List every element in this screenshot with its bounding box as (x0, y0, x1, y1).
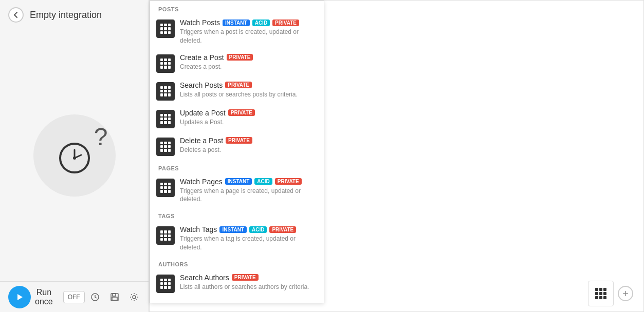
module-block (588, 281, 614, 306)
menu-item-desc: Updates a Post. (180, 118, 318, 127)
menu-item-title-row: Create a Postprivate (180, 53, 318, 62)
page-title: Empty integration (30, 10, 102, 21)
badge-private: private (227, 54, 253, 61)
left-header: Empty integration (0, 0, 149, 30)
badge-instant: INSTANT (223, 20, 250, 26)
menu-item-name: Search Authors (180, 274, 229, 282)
svg-rect-7 (113, 294, 116, 296)
badge-private: private (269, 226, 296, 233)
menu-item-title-row: Update a Postprivate (180, 109, 318, 117)
add-module-button[interactable]: + (618, 286, 633, 301)
menu-item-content: Delete a PostprivateDeletes a post. (180, 136, 318, 154)
menu-item-name: Search Posts (180, 81, 223, 89)
empty-state-area: ? (0, 30, 149, 281)
menu-item-title-row: Watch TagsINSTANTACIDprivate (180, 225, 318, 233)
badge-private: private (228, 109, 255, 116)
menu-item-icon (156, 110, 175, 128)
save-button[interactable] (105, 288, 124, 306)
badge-acid: ACID (249, 226, 267, 233)
dropdown-panel: POSTSWatch PostsINSTANTACIDprivateTrigge… (150, 1, 324, 303)
menu-item-icon (156, 82, 175, 101)
section-header-authors: AUTHORS (150, 256, 324, 269)
question-mark-icon: ? (94, 125, 108, 149)
section-header-tags: TAGS (150, 208, 324, 221)
menu-item-desc: Triggers when a tag is created, updated … (180, 235, 318, 252)
menu-item-desc: Lists all authors or searches authors by… (180, 283, 318, 291)
section-header-pages: PAGES (150, 160, 324, 173)
menu-item-desc: Creates a post. (180, 63, 318, 71)
section-header-members: MEMBERS (150, 297, 324, 303)
menu-item-icon (156, 20, 175, 38)
bottom-tools: OFF (63, 288, 163, 306)
badge-instant: INSTANT (219, 226, 247, 233)
badge-private: private (226, 137, 252, 144)
menu-item-content: Watch PagesINSTANTACIDprivateTriggers wh… (180, 178, 318, 204)
menu-item-name: Delete a Post (180, 136, 223, 145)
menu-item[interactable]: Watch PostsINSTANTACIDprivateTriggers wh… (150, 14, 324, 49)
menu-item-title-row: Delete a Postprivate (180, 136, 318, 145)
svg-point-9 (133, 296, 136, 299)
badge-private: private (275, 178, 302, 185)
menu-item-content: Search AuthorsprivateLists all authors o… (180, 274, 318, 291)
svg-marker-4 (17, 294, 23, 300)
menu-item[interactable]: Search PostsprivateLists all posts or se… (150, 77, 324, 105)
menu-item-title-row: Watch PostsINSTANTACIDprivate (180, 18, 318, 27)
badge-private: private (232, 274, 259, 281)
badge-instant: INSTANT (225, 178, 252, 185)
play-icon (8, 286, 31, 308)
menu-item[interactable]: Watch TagsINSTANTACIDprivateTriggers whe… (150, 221, 324, 256)
menu-item[interactable]: Watch PagesINSTANTACIDprivateTriggers wh… (150, 173, 324, 208)
menu-item-icon (156, 275, 175, 293)
menu-item-content: Create a PostprivateCreates a post. (180, 53, 318, 71)
menu-item-desc: Triggers when a post is created, updated… (180, 28, 318, 45)
menu-item-icon (156, 226, 175, 245)
svg-point-3 (73, 157, 76, 160)
menu-item[interactable]: Update a PostprivateUpdates a Post. (150, 105, 324, 132)
menu-item-desc: Triggers when a page is created, updated… (180, 187, 318, 204)
menu-item-name: Watch Posts (180, 18, 220, 27)
svg-rect-8 (112, 297, 117, 300)
back-button[interactable] (8, 7, 24, 23)
menu-item-icon (156, 54, 175, 73)
badge-acid: ACID (252, 20, 270, 26)
menu-item-name: Create a Post (180, 53, 224, 62)
menu-item-desc: Lists all posts or searches posts by cri… (180, 90, 318, 99)
section-header-posts: POSTS (150, 1, 324, 14)
right-panel: POSTSWatch PostsINSTANTACIDprivateTrigge… (149, 0, 644, 312)
empty-state: ? (33, 114, 116, 197)
menu-item[interactable]: Delete a PostprivateDeletes a post. (150, 132, 324, 160)
badge-acid: ACID (254, 178, 272, 185)
menu-item-content: Update a PostprivateUpdates a Post. (180, 109, 318, 127)
empty-state-circle: ? (33, 114, 116, 197)
badge-private: private (225, 82, 252, 88)
clock-icon (57, 138, 93, 173)
menu-item-title-row: Search Postsprivate (180, 81, 318, 89)
menu-item[interactable]: Create a PostprivateCreates a post. (150, 49, 324, 77)
badge-private: private (272, 20, 299, 26)
run-once-label: Run once (35, 288, 53, 306)
run-once-button[interactable]: Run once (4, 282, 57, 313)
menu-item-name: Watch Pages (180, 178, 223, 186)
menu-item-title-row: Search Authorsprivate (180, 274, 318, 282)
module-area: + (588, 281, 633, 306)
menu-item-name: Update a Post (180, 109, 226, 117)
menu-item-content: Search PostsprivateLists all posts or se… (180, 81, 318, 99)
schedule-button[interactable] (86, 288, 104, 306)
left-panel: Empty integration ? (0, 0, 149, 312)
menu-item-title-row: Watch PagesINSTANTACIDprivate (180, 178, 318, 186)
menu-item-desc: Deletes a post. (180, 146, 318, 154)
menu-item-icon (156, 179, 175, 197)
menu-item-icon (156, 138, 175, 156)
menu-item-name: Watch Tags (180, 225, 217, 233)
menu-item-content: Watch TagsINSTANTACIDprivateTriggers whe… (180, 225, 318, 252)
menu-item-content: Watch PostsINSTANTACIDprivateTriggers wh… (180, 18, 318, 45)
menu-item[interactable]: Search AuthorsprivateLists all authors o… (150, 269, 324, 297)
settings-button[interactable] (125, 288, 143, 306)
bottom-bar: Run once OFF (0, 281, 149, 312)
off-toggle[interactable]: OFF (63, 291, 85, 303)
